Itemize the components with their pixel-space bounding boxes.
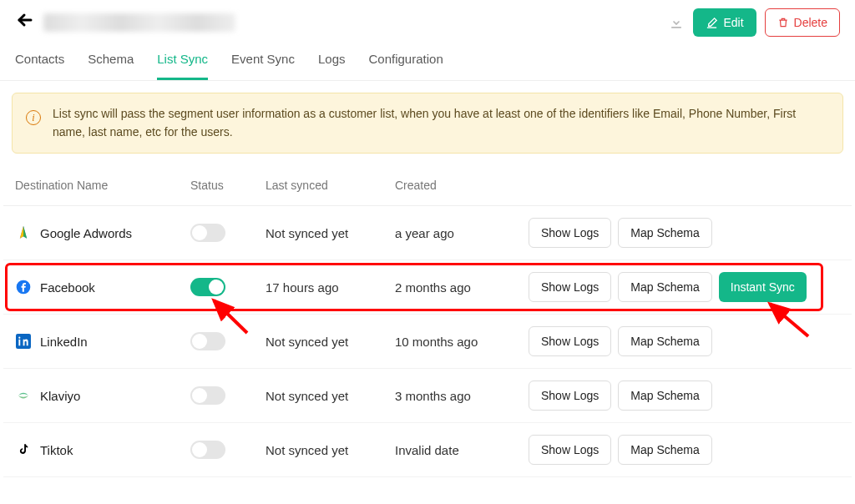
status-toggle[interactable] bbox=[190, 386, 225, 405]
status-toggle[interactable] bbox=[190, 278, 225, 296]
destination-name: Tiktok bbox=[40, 443, 73, 457]
last-synced: Not synced yet bbox=[266, 443, 395, 457]
page-title-blurred bbox=[43, 13, 235, 32]
tab-configuration[interactable]: Configuration bbox=[369, 52, 443, 80]
facebook-icon bbox=[15, 279, 32, 295]
destination-name: Klaviyo bbox=[40, 389, 80, 403]
tab-logs[interactable]: Logs bbox=[318, 52, 346, 80]
show-logs-button[interactable]: Show Logs bbox=[529, 218, 611, 248]
status-toggle[interactable] bbox=[190, 332, 225, 350]
map-schema-button[interactable]: Map Schema bbox=[618, 435, 711, 465]
created: a year ago bbox=[395, 226, 529, 240]
table-row: Google Adwords Not synced yet a year ago… bbox=[3, 206, 852, 260]
show-logs-button[interactable]: Show Logs bbox=[529, 326, 611, 356]
map-schema-button[interactable]: Map Schema bbox=[618, 381, 711, 411]
destination-name: Google Adwords bbox=[40, 226, 132, 240]
created: 10 months ago bbox=[395, 335, 529, 349]
info-banner-text: List sync will pass the segment user inf… bbox=[53, 105, 829, 141]
show-logs-button[interactable]: Show Logs bbox=[529, 381, 611, 411]
last-synced: Not synced yet bbox=[266, 226, 395, 240]
trash-icon bbox=[777, 17, 789, 28]
map-schema-button[interactable]: Map Schema bbox=[618, 326, 711, 356]
klaviyo-icon bbox=[15, 387, 32, 404]
map-schema-button[interactable]: Map Schema bbox=[618, 218, 711, 248]
created: 3 months ago bbox=[395, 389, 529, 403]
show-logs-button[interactable]: Show Logs bbox=[529, 435, 611, 465]
col-destination: Destination Name bbox=[15, 179, 190, 192]
tab-contacts[interactable]: Contacts bbox=[15, 52, 64, 80]
tab-event-sync[interactable]: Event Sync bbox=[231, 52, 295, 80]
map-schema-button[interactable]: Map Schema bbox=[618, 272, 711, 302]
tabs: Contacts Schema List Sync Event Sync Log… bbox=[0, 40, 855, 81]
edit-icon bbox=[706, 17, 718, 29]
instant-sync-button[interactable]: Instant Sync bbox=[719, 272, 807, 302]
info-icon: i bbox=[26, 110, 41, 125]
destination-name: LinkedIn bbox=[40, 335, 88, 349]
last-synced: Not synced yet bbox=[266, 389, 395, 403]
col-created: Created bbox=[395, 179, 529, 192]
table-row: Klaviyo Not synced yet 3 months ago Show… bbox=[3, 369, 852, 423]
last-synced: Not synced yet bbox=[266, 335, 395, 349]
tab-list-sync[interactable]: List Sync bbox=[157, 52, 208, 80]
table-header: Destination Name Status Last synced Crea… bbox=[3, 165, 852, 206]
status-toggle[interactable] bbox=[190, 224, 225, 242]
linkedin-icon bbox=[15, 333, 32, 350]
table-row: Tiktok Not synced yet Invalid date Show … bbox=[3, 423, 852, 477]
created: Invalid date bbox=[395, 443, 529, 457]
status-toggle[interactable] bbox=[190, 441, 225, 459]
edit-button-label: Edit bbox=[723, 16, 743, 29]
delete-button-label: Delete bbox=[794, 16, 827, 29]
last-synced: 17 hours ago bbox=[266, 280, 395, 295]
tiktok-icon bbox=[15, 441, 32, 458]
destination-name: Facebook bbox=[40, 280, 95, 295]
edit-button[interactable]: Edit bbox=[693, 8, 756, 37]
show-logs-button[interactable]: Show Logs bbox=[529, 272, 611, 302]
back-button[interactable] bbox=[15, 10, 35, 36]
info-banner: i List sync will pass the segment user i… bbox=[12, 93, 843, 154]
tab-schema[interactable]: Schema bbox=[88, 52, 134, 80]
created: 2 months ago bbox=[395, 280, 529, 295]
col-last-synced: Last synced bbox=[266, 179, 395, 192]
table-row: LinkedIn Not synced yet 10 months ago Sh… bbox=[3, 315, 852, 369]
google-adwords-icon bbox=[15, 224, 32, 241]
col-status: Status bbox=[190, 179, 266, 192]
download-icon[interactable] bbox=[668, 14, 685, 31]
delete-button[interactable]: Delete bbox=[765, 8, 840, 37]
table-row: Facebook 17 hours ago 2 months ago Show … bbox=[3, 260, 852, 315]
